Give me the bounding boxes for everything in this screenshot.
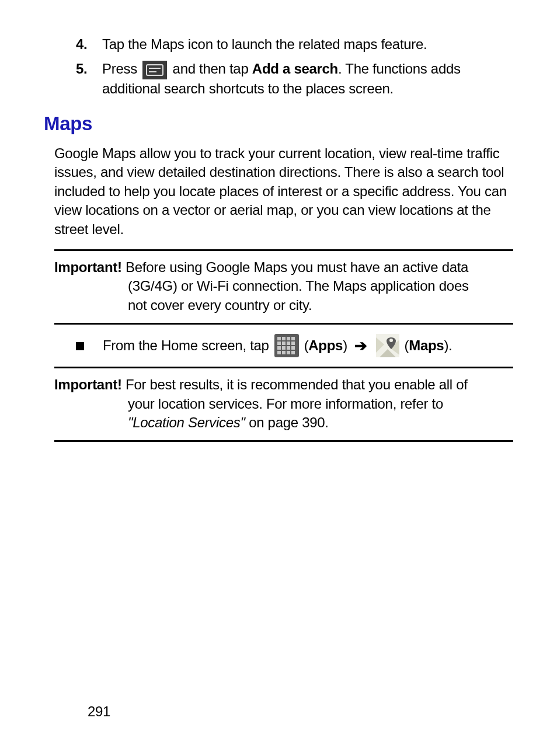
svg-rect-7 bbox=[287, 337, 290, 340]
svg-rect-13 bbox=[277, 346, 281, 350]
important-note-1: Important! Before using Google Maps you … bbox=[54, 249, 513, 325]
svg-rect-15 bbox=[287, 346, 290, 350]
step-5: 5. Press and then tap Add a search. The … bbox=[76, 60, 513, 98]
svg-point-22 bbox=[389, 339, 393, 342]
apps-grid-icon bbox=[274, 334, 299, 357]
svg-rect-17 bbox=[277, 351, 281, 354]
step-text: Tap the Maps icon to launch the related … bbox=[102, 35, 513, 54]
svg-rect-19 bbox=[287, 351, 290, 354]
page-number: 291 bbox=[88, 702, 110, 721]
step-number: 4. bbox=[76, 35, 102, 54]
svg-rect-10 bbox=[282, 342, 286, 345]
important-label: Important! bbox=[54, 377, 122, 392]
arrow-right-icon: ➔ bbox=[354, 336, 367, 356]
svg-rect-18 bbox=[282, 351, 286, 354]
svg-rect-9 bbox=[277, 342, 281, 345]
svg-rect-8 bbox=[291, 337, 295, 340]
nav-instruction: From the Home screen, tap (Apps) ➔ bbox=[76, 334, 513, 357]
section-heading-maps: Maps bbox=[44, 111, 513, 137]
nav-step: From the Home screen, tap (Apps) ➔ bbox=[76, 334, 513, 357]
svg-rect-11 bbox=[287, 342, 290, 345]
svg-rect-5 bbox=[277, 337, 281, 340]
numbered-steps: 4. Tap the Maps icon to launch the relat… bbox=[76, 35, 513, 98]
cross-reference: "Location Services" bbox=[128, 414, 245, 430]
important-note-2: Important! For best results, it is recom… bbox=[54, 367, 513, 442]
bullet-square-icon bbox=[76, 342, 84, 350]
important-label: Important! bbox=[54, 259, 122, 275]
svg-rect-6 bbox=[282, 337, 286, 340]
maps-app-icon bbox=[376, 334, 399, 357]
svg-rect-14 bbox=[282, 346, 286, 350]
step-number: 5. bbox=[76, 60, 102, 78]
svg-rect-16 bbox=[291, 346, 295, 350]
svg-rect-12 bbox=[291, 342, 295, 345]
intro-paragraph: Google Maps allow you to track your curr… bbox=[54, 144, 513, 239]
step-4: 4. Tap the Maps icon to launch the relat… bbox=[76, 35, 513, 54]
svg-rect-20 bbox=[291, 351, 295, 354]
step-text: Press and then tap Add a search. The fun… bbox=[102, 60, 513, 98]
menu-key-icon bbox=[142, 61, 167, 79]
